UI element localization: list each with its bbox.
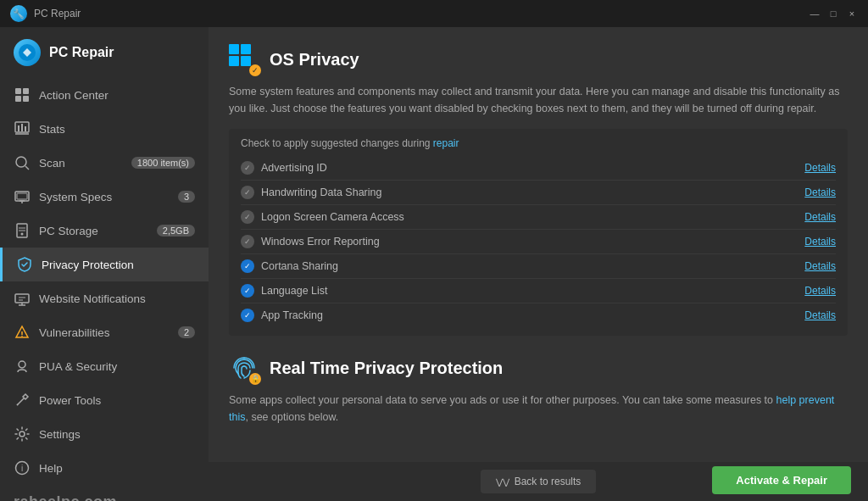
svg-rect-7 bbox=[18, 125, 19, 131]
app-tracking-check[interactable]: ✓ bbox=[241, 309, 254, 322]
repair-link[interactable]: repair bbox=[433, 137, 459, 149]
privacy-row-language-list[interactable]: ✓ Language List Details bbox=[241, 279, 836, 303]
sidebar-item-label: Privacy Protection bbox=[42, 259, 134, 271]
sidebar-item-system-specs[interactable]: System Specs 3 bbox=[0, 180, 209, 214]
advertising-id-label: Advertising ID bbox=[261, 162, 798, 174]
pc-storage-icon bbox=[14, 222, 31, 239]
sidebar-item-label: Action Center bbox=[39, 89, 108, 102]
svg-text:i: i bbox=[21, 464, 23, 473]
minimize-button[interactable]: — bbox=[809, 8, 821, 19]
app-tracking-details[interactable]: Details bbox=[804, 309, 836, 321]
handwriting-check[interactable]: ✓ bbox=[241, 186, 254, 199]
activate-repair-button[interactable]: Activate & Repair bbox=[712, 466, 851, 494]
privacy-table-scroll[interactable]: ✓ Advertising ID Details ✓ Handwriting D… bbox=[241, 156, 836, 327]
website-notifications-icon bbox=[14, 290, 31, 307]
svg-point-27 bbox=[19, 361, 25, 368]
realtime-privacy-header: 🔒 Real Time Privacy Protection bbox=[229, 353, 848, 383]
help-icon: i bbox=[14, 459, 31, 476]
svg-rect-4 bbox=[23, 96, 29, 102]
privacy-row-error-reporting[interactable]: ✓ Windows Error Reporting Details bbox=[241, 230, 836, 254]
svg-rect-8 bbox=[21, 124, 23, 131]
app-logo-icon: 🔧 bbox=[10, 5, 27, 22]
pc-storage-badge: 2,5GB bbox=[157, 225, 195, 237]
sidebar-item-power-tools[interactable]: Power Tools bbox=[0, 383, 209, 417]
settings-icon bbox=[14, 426, 31, 443]
system-specs-badge: 3 bbox=[178, 191, 195, 203]
help-prevent-link[interactable]: help prevent this bbox=[229, 394, 834, 423]
privacy-table: Check to apply suggested changes during … bbox=[229, 129, 848, 336]
sidebar-item-privacy-protection[interactable]: Privacy Protection bbox=[0, 248, 209, 281]
language-list-check[interactable]: ✓ bbox=[241, 284, 254, 298]
svg-rect-20 bbox=[15, 294, 29, 303]
vulnerabilities-icon bbox=[14, 324, 31, 341]
sidebar-item-label: Scan bbox=[39, 157, 65, 170]
activate-repair-label: Activate & Repair bbox=[736, 474, 827, 487]
error-reporting-details[interactable]: Details bbox=[804, 236, 836, 248]
stats-icon bbox=[14, 120, 31, 137]
cortana-label: Cortana Sharing bbox=[261, 260, 798, 272]
sidebar-item-scan[interactable]: Scan 1800 item(s) bbox=[0, 146, 209, 180]
handwriting-details[interactable]: Details bbox=[804, 186, 836, 198]
sidebar-item-pc-storage[interactable]: PC Storage 2,5GB bbox=[0, 214, 209, 248]
maximize-button[interactable]: □ bbox=[827, 8, 839, 19]
cortana-details[interactable]: Details bbox=[804, 260, 836, 272]
logo-icon bbox=[14, 39, 41, 66]
svg-rect-2 bbox=[23, 88, 29, 94]
back-to-results-button[interactable]: ⋁⋁ Back to results bbox=[481, 470, 597, 493]
os-privacy-badge-icon: ✓ bbox=[249, 64, 261, 76]
svg-point-26 bbox=[21, 336, 23, 337]
content-inner: ✓ OS Privacy Some system features and co… bbox=[209, 27, 868, 501]
svg-line-28 bbox=[17, 404, 18, 405]
titlebar-title: PC Repair bbox=[34, 8, 81, 19]
content-area: ✓ OS Privacy Some system features and co… bbox=[209, 27, 868, 501]
sidebar-item-label: Settings bbox=[39, 428, 81, 441]
titlebar-controls[interactable]: — □ × bbox=[809, 8, 858, 19]
sidebar-item-label: Stats bbox=[39, 123, 65, 136]
privacy-row-app-tracking[interactable]: ✓ App Tracking Details bbox=[241, 303, 836, 327]
error-reporting-label: Windows Error Reporting bbox=[261, 236, 798, 248]
scan-icon bbox=[14, 154, 31, 171]
svg-rect-3 bbox=[15, 96, 21, 102]
svg-point-10 bbox=[16, 157, 26, 167]
os-privacy-title: OS Privacy bbox=[270, 50, 359, 70]
advertising-id-details[interactable]: Details bbox=[804, 162, 836, 174]
sidebar-item-label: PC Storage bbox=[39, 225, 98, 237]
titlebar: 🔧 PC Repair — □ × bbox=[0, 0, 868, 27]
sidebar-item-label: Help bbox=[39, 462, 63, 475]
back-to-results-label: Back to results bbox=[515, 476, 581, 487]
privacy-row-cortana[interactable]: ✓ Cortana Sharing Details bbox=[241, 254, 836, 279]
realtime-privacy-badge-icon: 🔒 bbox=[249, 373, 261, 385]
sidebar-item-settings[interactable]: Settings bbox=[0, 417, 209, 451]
os-privacy-icon: ✓ bbox=[229, 44, 259, 75]
sidebar-item-label: Website Notifications bbox=[39, 292, 146, 305]
logon-camera-details[interactable]: Details bbox=[804, 211, 836, 223]
sidebar: PC Repair Action Center bbox=[0, 27, 209, 501]
sidebar-item-action-center[interactable]: Action Center bbox=[0, 78, 209, 112]
svg-rect-13 bbox=[17, 193, 27, 199]
svg-point-29 bbox=[19, 431, 25, 437]
privacy-row-logon-camera[interactable]: ✓ Logon Screen Camera Access Details bbox=[241, 205, 836, 230]
sidebar-item-label: System Specs bbox=[39, 191, 112, 203]
logon-camera-check[interactable]: ✓ bbox=[241, 210, 254, 224]
sidebar-item-vulnerabilities[interactable]: Vulnerabilities 2 bbox=[0, 315, 209, 349]
cortana-check[interactable]: ✓ bbox=[241, 259, 254, 273]
sidebar-item-stats[interactable]: Stats bbox=[0, 112, 209, 146]
advertising-id-check[interactable]: ✓ bbox=[241, 161, 254, 175]
titlebar-left: 🔧 PC Repair bbox=[10, 5, 81, 22]
action-center-icon bbox=[14, 86, 31, 103]
sidebar-item-help[interactable]: i Help bbox=[0, 451, 209, 485]
sidebar-item-pua-security[interactable]: PUA & Security bbox=[0, 349, 209, 383]
sidebar-item-label: Vulnerabilities bbox=[39, 326, 110, 339]
bottom-bar: ⋁⋁ Back to results Activate & Repair bbox=[209, 462, 868, 501]
privacy-row-advertising-id[interactable]: ✓ Advertising ID Details bbox=[241, 156, 836, 181]
svg-rect-1 bbox=[15, 88, 21, 94]
close-button[interactable]: × bbox=[846, 8, 858, 19]
app-name: PC Repair bbox=[49, 45, 114, 60]
error-reporting-check[interactable]: ✓ bbox=[241, 235, 254, 248]
os-privacy-header: ✓ OS Privacy bbox=[229, 44, 848, 75]
language-list-label: Language List bbox=[261, 285, 798, 297]
sidebar-item-website-notifications[interactable]: Website Notifications bbox=[0, 281, 209, 315]
language-list-details[interactable]: Details bbox=[804, 285, 836, 297]
privacy-row-handwriting[interactable]: ✓ Handwriting Data Sharing Details bbox=[241, 181, 836, 205]
realtime-privacy-icon: 🔒 bbox=[229, 353, 259, 383]
